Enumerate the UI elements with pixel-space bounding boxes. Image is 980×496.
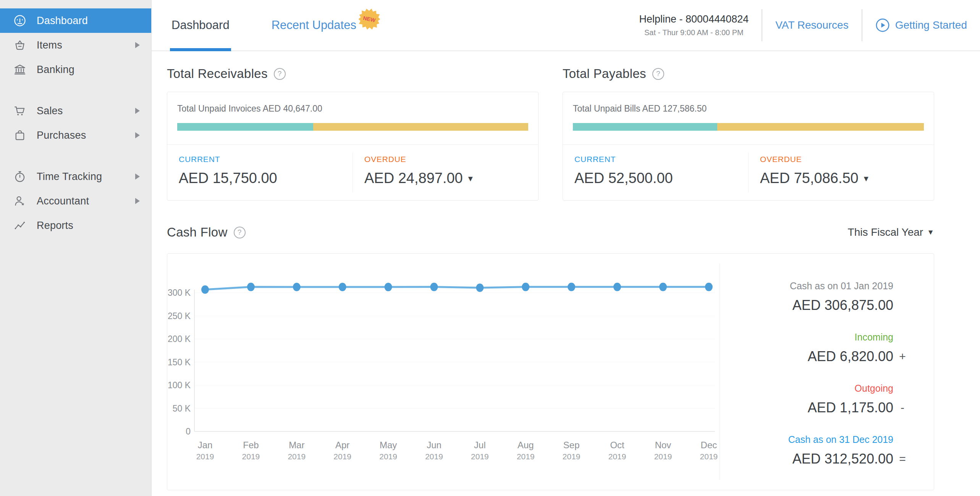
current-label: CURRENT — [574, 155, 737, 164]
data-point-jun — [430, 283, 438, 291]
x-axis-month-label: Aug — [517, 440, 534, 450]
cashflow-summary-label: Cash as on 01 Jan 2019 — [720, 280, 912, 292]
payables-current-amount: AED 52,500.00 — [574, 170, 737, 186]
sidebar-item-time-tracking[interactable]: Time Tracking — [0, 164, 151, 189]
data-point-nov — [659, 283, 667, 291]
x-axis-year-label: 2019 — [517, 452, 535, 461]
vat-resources-link[interactable]: VAT Resources — [775, 19, 848, 31]
cashflow-summary-value-line: AED 1,175.00- — [720, 400, 912, 416]
sidebar-item-purchases[interactable]: Purchases — [0, 123, 151, 148]
receivables-card-bottom: CURRENT AED 15,750.00 OVERDUE AED 24,897… — [167, 144, 538, 200]
y-axis-tick-label: 100 K — [168, 380, 191, 390]
chevron-right-icon — [135, 42, 140, 48]
sidebar-item-label: Items — [37, 39, 135, 51]
data-point-oct — [613, 283, 621, 291]
x-axis-month-label: Sep — [563, 440, 580, 450]
x-axis-year-label: 2019 — [288, 452, 306, 461]
tab-dashboard-label: Dashboard — [171, 18, 230, 32]
fiscal-year-selector[interactable]: This Fiscal Year ▼ — [848, 226, 934, 238]
operator-sign: - — [893, 401, 912, 414]
payables-overdue-amount[interactable]: AED 75,086.50 ▾ — [760, 170, 922, 186]
payables-progress-current — [573, 123, 717, 131]
data-point-apr — [339, 283, 346, 291]
x-axis-year-label: 2019 — [425, 452, 443, 461]
data-point-may — [385, 283, 392, 291]
x-axis-year-label: 2019 — [333, 452, 351, 461]
cashflow-summary-row: Cash as on 31 Dec 2019AED 312,520.00= — [720, 434, 912, 467]
chevron-right-icon — [135, 108, 140, 114]
help-icon[interactable]: ? — [652, 68, 664, 80]
data-point-feb — [247, 283, 255, 291]
cashflow-summary-value: AED 306,875.00 — [792, 297, 893, 313]
cashflow-summary-value: AED 312,520.00 — [792, 451, 893, 467]
x-axis-month-label: Feb — [243, 440, 259, 450]
play-icon — [875, 18, 890, 32]
receivables-card: Total Unpaid Invoices AED 40,647.00 CURR… — [167, 92, 539, 201]
sidebar-item-label: Purchases — [37, 130, 135, 141]
receivables-overdue-amount[interactable]: AED 24,897.00 ▾ — [364, 170, 527, 186]
cashflow-series-line — [205, 287, 709, 290]
y-axis-tick-label: 150 K — [168, 357, 191, 367]
x-axis-year-label: 2019 — [654, 452, 672, 461]
help-icon[interactable]: ? — [234, 227, 246, 238]
cashflow-summary-label: Outgoing — [720, 383, 912, 394]
bag-icon — [13, 128, 27, 142]
receivables-card-top: Total Unpaid Invoices AED 40,647.00 — [167, 92, 538, 144]
chevron-right-icon — [135, 132, 140, 138]
unpaid-invoices-label: Total Unpaid Invoices AED 40,647.00 — [177, 104, 528, 114]
total-payables-title: Total Payables ? — [563, 66, 934, 81]
cashflow-summary-row: Cash as on 01 Jan 2019AED 306,875.00 — [720, 280, 912, 313]
sidebar-item-dashboard[interactable]: Dashboard — [0, 8, 151, 33]
data-point-aug — [522, 283, 529, 291]
cashflow-header: Cash Flow ? This Fiscal Year ▼ — [167, 225, 934, 240]
data-point-dec — [705, 283, 713, 291]
tab-recent-updates[interactable]: Recent Updates NEW — [272, 0, 356, 50]
cashflow-summary-value: AED 1,175.00 — [808, 400, 893, 416]
helpline: Helpline - 80004440824 Sat - Thur 9:00 A… — [639, 13, 749, 37]
cashflow-summary-value-line: AED 312,520.00= — [720, 451, 912, 467]
receivables-current-block: CURRENT AED 15,750.00 — [167, 145, 353, 200]
x-axis-month-label: Mar — [289, 440, 304, 450]
sidebar-item-sales[interactable]: Sales — [0, 99, 151, 123]
x-axis-year-label: 2019 — [700, 452, 718, 461]
cashflow-title: Cash Flow ? — [167, 225, 246, 240]
receivables-progress-bar — [177, 123, 528, 131]
divider — [862, 9, 862, 41]
total-payables-title-text: Total Payables — [563, 66, 646, 81]
topbar: Dashboard Recent Updates NEW Helpline - … — [152, 0, 980, 51]
help-icon[interactable]: ? — [274, 68, 286, 80]
sidebar-item-label: Accountant — [37, 195, 135, 207]
payables-card-top: Total Unpaid Bills AED 127,586.50 — [563, 92, 934, 144]
getting-started-link[interactable]: Getting Started — [875, 18, 972, 32]
sidebar-item-label: Banking — [37, 64, 140, 76]
x-axis-year-label: 2019 — [196, 452, 214, 461]
cashflow-chart: 050 K100 K150 K200 K250 K300 KJan2019Feb… — [167, 254, 720, 490]
cashflow-line-chart: 050 K100 K150 K200 K250 K300 KJan2019Feb… — [167, 254, 720, 490]
tab-dashboard[interactable]: Dashboard — [171, 0, 230, 50]
helpline-hours: Sat - Thur 9:00 AM - 8:00 PM — [639, 28, 749, 37]
sidebar-item-label: Time Tracking — [37, 171, 135, 183]
cashflow-card: 050 K100 K150 K200 K250 K300 KJan2019Feb… — [167, 253, 934, 490]
gauge-icon — [13, 14, 27, 28]
total-receivables-title-text: Total Receivables — [167, 66, 268, 81]
cashflow-summary-row: OutgoingAED 1,175.00- — [720, 383, 912, 416]
sidebar-item-reports[interactable]: Reports — [0, 213, 151, 238]
total-payables-section: Total Payables ? Total Unpaid Bills AED … — [563, 66, 934, 201]
cashflow-summary-row: IncomingAED 6,820.00+ — [720, 332, 912, 365]
tab-bar: Dashboard Recent Updates NEW — [171, 0, 356, 50]
data-point-mar — [293, 283, 301, 291]
x-axis-year-label: 2019 — [471, 452, 489, 461]
sidebar-item-accountant[interactable]: Accountant — [0, 189, 151, 213]
x-axis-month-label: Jan — [198, 440, 213, 450]
helpline-number: Helpline - 80004440824 — [639, 13, 749, 25]
operator-sign: = — [893, 452, 912, 465]
operator-sign: + — [893, 350, 912, 363]
receivables-current-amount: AED 15,750.00 — [179, 170, 341, 186]
cashflow-summary-value-line: AED 306,875.00 — [720, 297, 912, 313]
sidebar-item-banking[interactable]: Banking — [0, 57, 151, 82]
sidebar-item-items[interactable]: Items — [0, 33, 151, 57]
accountant-icon — [13, 194, 27, 208]
x-axis-month-label: Jul — [474, 440, 486, 450]
payables-current-block: CURRENT AED 52,500.00 — [563, 145, 748, 200]
x-axis-month-label: Dec — [701, 440, 717, 450]
